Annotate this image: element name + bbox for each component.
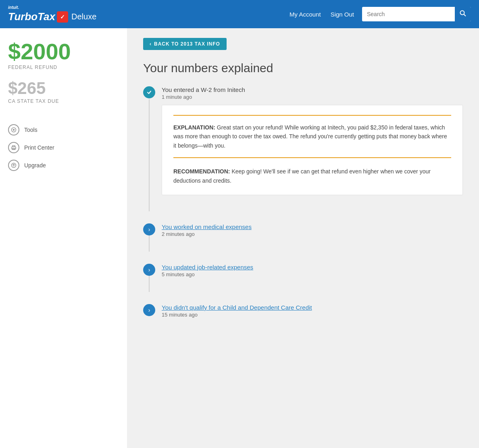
- print-center-icon: [8, 142, 19, 153]
- middle-divider: [173, 157, 451, 158]
- turbotax-logo: TurboTax ✓ Deluxe: [8, 10, 96, 23]
- sidebar: $2000 FEDERAL REFUND $265 CA STATE TAX D…: [0, 28, 127, 448]
- child-link[interactable]: You didn't qualify for a Child and Depen…: [162, 304, 312, 311]
- w2-time: 1 minute ago: [162, 94, 463, 100]
- timeline-item-child: › You didn't qualify for a Child and Dep…: [143, 292, 463, 332]
- child-time: 15 minutes ago: [162, 312, 463, 318]
- turbotax-text: TurboTax: [8, 10, 55, 23]
- back-to-tax-info-button[interactable]: ‹ BACK TO 2013 TAX INFO: [143, 38, 227, 50]
- federal-refund-label: FEDERAL REFUND: [8, 65, 119, 70]
- sidebar-item-print-center[interactable]: Print Center: [8, 142, 119, 153]
- state-tax-amount: $265: [8, 80, 119, 97]
- header-nav: My Account Sign Out: [289, 11, 354, 18]
- timeline-dot-medical: ›: [143, 223, 155, 235]
- layout: $2000 FEDERAL REFUND $265 CA STATE TAX D…: [0, 28, 479, 448]
- upgrade-label: Upgrade: [24, 162, 46, 169]
- search-input[interactable]: [362, 8, 455, 21]
- svg-point-3: [13, 129, 15, 131]
- medical-time: 2 minutes ago: [162, 231, 463, 237]
- intuit-logo-text: intuit.: [8, 5, 96, 10]
- upgrade-icon: [8, 160, 19, 171]
- tools-label: Tools: [24, 127, 37, 133]
- job-link[interactable]: You updated job-related expenses: [162, 264, 253, 271]
- explanation-card: EXPLANATION: Great start on your refund!…: [162, 105, 463, 195]
- child-title: You didn't qualify for a Child and Depen…: [162, 304, 463, 311]
- timeline-content-child: You didn't qualify for a Child and Depen…: [162, 304, 463, 332]
- search-button[interactable]: [455, 7, 471, 21]
- timeline-dot-child: ›: [143, 304, 155, 316]
- deluxe-text: Deluxe: [71, 12, 96, 21]
- top-divider: [173, 115, 451, 116]
- sidebar-item-tools[interactable]: Tools: [8, 124, 119, 135]
- search-box: [362, 7, 471, 21]
- main-content: ‹ BACK TO 2013 TAX INFO Your numbers exp…: [127, 28, 479, 448]
- timeline-content-medical: You worked on medical expenses 2 minutes…: [162, 223, 463, 252]
- back-button-label: BACK TO 2013 TAX INFO: [154, 41, 220, 47]
- my-account-link[interactable]: My Account: [289, 11, 321, 18]
- state-tax-label: CA STATE TAX DUE: [8, 98, 119, 104]
- job-time: 5 minutes ago: [162, 271, 463, 277]
- explanation-label: EXPLANATION:: [173, 124, 215, 131]
- search-icon: [460, 10, 466, 17]
- w2-title: You entered a W-2 from Initech: [162, 86, 463, 93]
- header: intuit. TurboTax ✓ Deluxe My Account Sig…: [0, 0, 479, 28]
- timeline-content-job: You updated job-related expenses 5 minut…: [162, 264, 463, 292]
- recommendation-text: RECOMMENDATION: Keep going! We'll see if…: [173, 167, 451, 185]
- svg-rect-5: [12, 146, 15, 147]
- back-arrow-icon: ‹: [150, 41, 152, 47]
- job-title: You updated job-related expenses: [162, 264, 463, 271]
- timeline-item-job: › You updated job-related expenses 5 min…: [143, 252, 463, 292]
- tools-icon: [8, 124, 19, 135]
- svg-line-1: [464, 15, 466, 17]
- federal-refund-amount: $2000: [8, 40, 119, 63]
- arrow-dot-icon-2: ›: [148, 267, 150, 273]
- sidebar-item-upgrade[interactable]: Upgrade: [8, 160, 119, 171]
- check-dot-icon: [146, 90, 152, 95]
- timeline: You entered a W-2 from Initech 1 minute …: [143, 86, 463, 332]
- medical-title: You worked on medical expenses: [162, 223, 463, 230]
- timeline-item-w2: You entered a W-2 from Initech 1 minute …: [143, 86, 463, 211]
- print-center-label: Print Center: [24, 144, 54, 151]
- arrow-dot-icon: ›: [148, 226, 150, 233]
- timeline-dot-job: ›: [143, 264, 155, 276]
- logo-area: intuit. TurboTax ✓ Deluxe: [8, 5, 281, 23]
- timeline-content-w2: You entered a W-2 from Initech 1 minute …: [162, 86, 463, 211]
- timeline-item-medical: › You worked on medical expenses 2 minut…: [143, 211, 463, 252]
- sidebar-nav: Tools Print Center: [8, 124, 119, 171]
- sign-out-link[interactable]: Sign Out: [331, 11, 354, 18]
- arrow-dot-icon-3: ›: [148, 307, 150, 313]
- check-icon: ✓: [57, 11, 68, 23]
- svg-point-0: [460, 11, 464, 15]
- logo-block: intuit. TurboTax ✓ Deluxe: [8, 5, 96, 23]
- explanation-text: EXPLANATION: Great start on your refund!…: [173, 123, 451, 150]
- recommendation-label: RECOMMENDATION:: [173, 168, 230, 175]
- medical-link[interactable]: You worked on medical expenses: [162, 223, 252, 230]
- timeline-dot-w2: [143, 86, 155, 98]
- page-title: Your numbers explained: [143, 61, 463, 75]
